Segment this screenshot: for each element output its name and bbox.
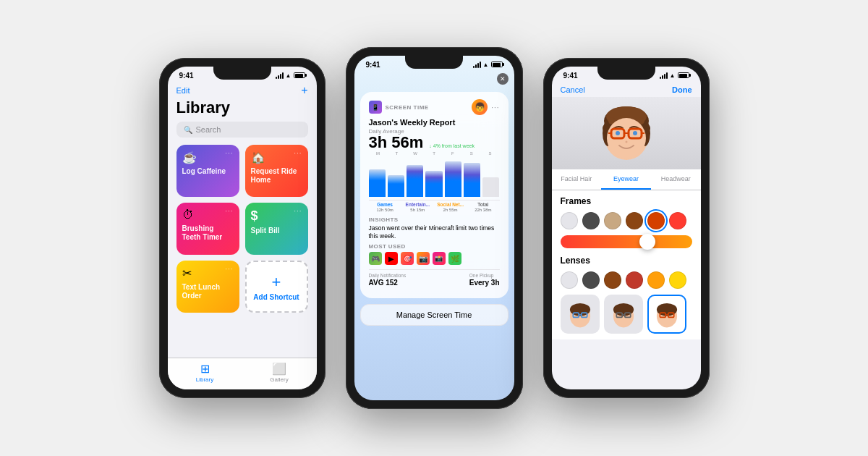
- frame-color-tan[interactable]: [604, 212, 621, 229]
- day-S1: S: [462, 151, 481, 156]
- manage-screen-time-button[interactable]: Manage Screen Time: [360, 304, 509, 326]
- memoji-svg: [594, 101, 659, 166]
- pickup-label: One Pickup: [469, 273, 500, 278]
- search-bar[interactable]: 🔍 Search: [176, 122, 308, 138]
- shortcut-tile-add[interactable]: + Add Shortcut: [245, 261, 308, 313]
- battery-icon: [294, 72, 305, 78]
- battery-icon-2: [491, 62, 503, 67]
- shortcut-tile-log-caffeine[interactable]: ··· ☕ Log Caffeine: [176, 145, 239, 197]
- search-icon: 🔍: [184, 126, 192, 134]
- status-time-1: 9:41: [179, 72, 194, 80]
- tab-gallery[interactable]: ⬜ Gallery: [242, 358, 317, 387]
- cat-entertainment: Entertain... 5h 15m: [401, 202, 434, 212]
- lens-color-dark-gray[interactable]: [582, 271, 600, 289]
- app-icon-photos: 📷: [417, 252, 430, 265]
- tile-dots-5[interactable]: ···: [225, 265, 233, 273]
- notch-3: [597, 67, 655, 80]
- notifications-item: Daily Notifications AVG 152: [369, 273, 407, 287]
- lens-color-dark-red[interactable]: [626, 271, 643, 289]
- app-icon-social: 📸: [433, 252, 446, 265]
- screen-time-icon: 📱: [369, 101, 382, 114]
- bar-F: [445, 157, 461, 197]
- pickup-value: Every 3h: [469, 279, 500, 287]
- app-icons-row: 🎮 ▶ 🎯 📷 📸 🌿: [369, 252, 500, 265]
- svg-point-15: [616, 131, 620, 135]
- user-avatar: 👦: [472, 99, 488, 115]
- chart-days: M T W T F S S: [369, 151, 500, 156]
- shortcut-tile-text-lunch[interactable]: ··· ✂ Text Lunch Order: [176, 261, 239, 313]
- svg-point-16: [633, 131, 637, 135]
- status-time-3: 9:41: [563, 72, 578, 80]
- shortcut-tile-split-bill[interactable]: ··· $ Split Bill: [245, 203, 308, 255]
- lens-color-yellow[interactable]: [669, 271, 686, 289]
- memoji-thumb-1[interactable]: [561, 295, 600, 334]
- cat-total: Total 22h 38m: [467, 202, 499, 212]
- tab-bar-shortcuts: ⊞ Library ⬜ Gallery: [168, 358, 317, 389]
- memoji-thumb-3[interactable]: [647, 295, 686, 334]
- gallery-tab-icon: ⬜: [272, 362, 286, 376]
- color-slider[interactable]: [561, 235, 692, 248]
- memoji-tabs: Facial Hair Eyewear Headwear: [552, 169, 701, 190]
- shortcuts-header: Edit + Library 🔍 Search: [168, 83, 317, 138]
- tile-label-add: Add Shortcut: [253, 293, 299, 301]
- tab-eyewear[interactable]: Eyewear: [601, 169, 651, 190]
- tile-dots[interactable]: ···: [225, 149, 233, 157]
- tab-facial-hair[interactable]: Facial Hair: [552, 169, 602, 190]
- shortcut-tile-request-ride[interactable]: ··· 🏠 Request Ride Home: [245, 145, 308, 197]
- search-placeholder: Search: [196, 125, 221, 134]
- phone-memoji: 9:41 ▲ Cancel Done: [543, 58, 710, 398]
- frame-color-bright-red[interactable]: [669, 212, 686, 229]
- memoji-face: [594, 101, 659, 166]
- tab-headwear[interactable]: Headwear: [651, 169, 701, 190]
- svg-point-17: [625, 141, 627, 143]
- frame-color-white[interactable]: [561, 212, 578, 229]
- bar-M: [369, 157, 386, 197]
- frame-colors-row: [561, 212, 692, 229]
- wifi-icon-3: ▲: [670, 72, 676, 79]
- st-header-left: 📱 SCREEN TIME: [369, 101, 429, 114]
- cancel-button[interactable]: Cancel: [561, 85, 585, 94]
- lens-color-white[interactable]: [561, 271, 578, 289]
- frame-color-brown[interactable]: [626, 212, 643, 229]
- notif-label: Daily Notifications: [369, 273, 407, 278]
- screen-time-title: SCREEN TIME: [386, 104, 429, 111]
- app-icon-games: 🎯: [401, 252, 414, 265]
- memoji-content: Frames Lenses: [552, 190, 701, 339]
- tab-library[interactable]: ⊞ Library: [168, 358, 242, 387]
- cat-games: Games 12h 50m: [369, 202, 401, 212]
- edit-button[interactable]: Edit: [176, 86, 190, 95]
- app-icon-other: 🌿: [448, 252, 461, 265]
- close-button[interactable]: ✕: [497, 73, 509, 85]
- frame-color-dark-gray[interactable]: [582, 212, 600, 229]
- tile-dots-2[interactable]: ···: [294, 149, 302, 157]
- tile-dots-4[interactable]: ···: [294, 207, 302, 215]
- memoji-thumb-2[interactable]: [604, 295, 643, 334]
- insights-label: Insights: [369, 216, 500, 223]
- memoji-avatar-area: [552, 97, 701, 169]
- app-icon-minecraft: 🎮: [369, 252, 382, 265]
- app-icon-youtube: ▶: [385, 252, 398, 265]
- done-button[interactable]: Done: [672, 85, 692, 94]
- menu-dots[interactable]: ···: [491, 104, 499, 111]
- tile-dots-3[interactable]: ···: [225, 207, 233, 215]
- plus-icon: +: [272, 273, 281, 292]
- bar-S2: [482, 157, 499, 197]
- status-icons-3: ▲: [660, 72, 689, 79]
- battery-icon-3: [678, 72, 689, 78]
- tile-label-log-caffeine: Log Caffeine: [182, 167, 234, 176]
- lens-color-orange[interactable]: [647, 271, 665, 289]
- tile-label-split-bill: Split Bill: [251, 227, 302, 235]
- notifications-row: Daily Notifications AVG 152 One Pickup E…: [369, 269, 500, 287]
- signal-icon-3: [660, 72, 668, 79]
- screen-time-card: 📱 SCREEN TIME 👦 ··· Jason's Weekly Repor…: [360, 92, 509, 298]
- shortcuts-screen: 9:41 ▲ Edit: [168, 67, 317, 389]
- day-T1: T: [387, 151, 406, 156]
- day-M: M: [369, 151, 388, 156]
- add-shortcut-nav-button[interactable]: +: [301, 84, 307, 97]
- lens-color-brown[interactable]: [604, 271, 621, 289]
- frame-color-red[interactable]: [647, 212, 665, 229]
- slider-thumb[interactable]: [639, 234, 655, 250]
- library-title: Library: [176, 98, 308, 117]
- day-W: W: [406, 151, 425, 156]
- shortcut-tile-brushing-teeth[interactable]: ··· ⏱ Brushing Teeth Timer: [176, 203, 239, 255]
